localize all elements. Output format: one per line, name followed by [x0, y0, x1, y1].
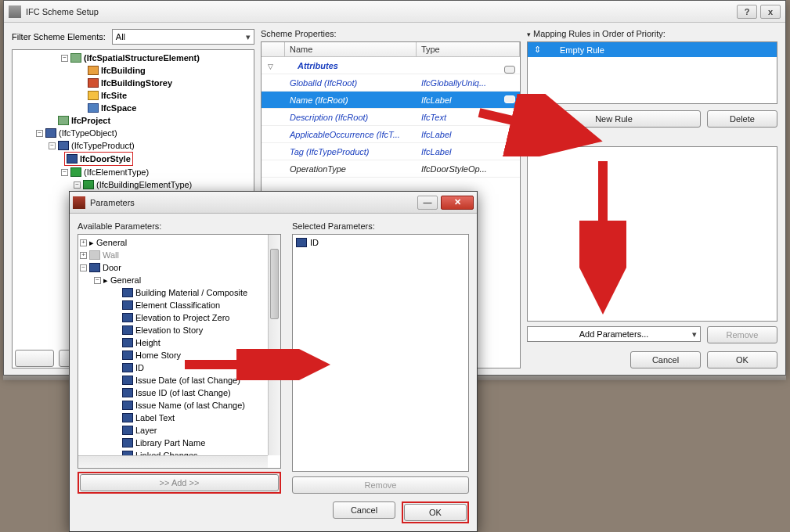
prop-row[interactable]: OperationType	[285, 162, 417, 176]
close-button[interactable]: ✕	[441, 196, 474, 210]
add-button[interactable]: >> Add >>	[80, 474, 279, 491]
param-item[interactable]: Elevation to Story	[135, 324, 203, 336]
col-name[interactable]: Name	[285, 42, 417, 56]
selected-item[interactable]: ID	[296, 238, 465, 247]
prop-row[interactable]: Tag (IfcTypeProduct)	[285, 145, 417, 159]
add-button-highlight: >> Add >>	[78, 472, 281, 494]
group-icon	[70, 167, 81, 177]
filter-dropdown[interactable]: All	[112, 29, 254, 45]
tree-item[interactable]: (IfcBuildingElementType)	[96, 178, 192, 191]
tree-item[interactable]: (IfcTypeObject)	[59, 127, 117, 139]
elem-icon	[58, 141, 69, 150]
collapse-icon[interactable]: −	[61, 55, 68, 62]
tree-item[interactable]: IfcSpace	[101, 102, 136, 114]
tree-item[interactable]: Door	[103, 261, 121, 274]
tree-item-doorstyle[interactable]: IfcDoorStyle	[80, 153, 131, 165]
param-item[interactable]: Issue Name (of last Change)	[135, 399, 245, 412]
collapse-icon[interactable]: −	[36, 130, 43, 137]
param-item[interactable]: Elevation to Project Zero	[135, 311, 229, 324]
available-params-list[interactable]: +▸General +Wall −Door −▸General Building…	[78, 234, 281, 469]
param-icon	[122, 401, 133, 410]
chevron-down-icon[interactable]: ▽	[268, 63, 273, 70]
drag-handle-icon[interactable]: ⇕	[534, 45, 541, 55]
remove-button[interactable]: Remove	[292, 476, 469, 494]
parameters-dialog: Parameters — ✕ Available Parameters: +▸G…	[69, 191, 478, 532]
collapse-icon[interactable]: −	[61, 169, 68, 176]
remove-button[interactable]: Remove	[707, 326, 777, 343]
param-item[interactable]: Layer	[135, 424, 157, 437]
param-icon	[122, 376, 133, 385]
col-type[interactable]: Type	[417, 42, 520, 56]
link-icon	[504, 95, 515, 103]
param-item[interactable]: Element Classification	[135, 299, 220, 311]
param-item[interactable]: ID	[135, 361, 144, 374]
param-icon	[122, 388, 133, 397]
scrollbar-vert[interactable]	[268, 235, 280, 455]
filter-label: Filter Scheme Elements:	[12, 32, 106, 41]
prop-row[interactable]: GlobalId (IfcRoot)	[285, 76, 417, 90]
collapse-icon[interactable]: −	[49, 142, 56, 149]
attributes-header[interactable]: Attributes	[285, 59, 420, 73]
param-item[interactable]: Issue Date (of last Change)	[135, 374, 240, 386]
tree-item[interactable]: General	[96, 236, 127, 249]
space-icon	[88, 103, 99, 113]
rules-list[interactable]: ⇕Empty Rule	[527, 41, 777, 104]
tree-item[interactable]: Wall	[103, 249, 119, 261]
app-icon	[73, 196, 85, 209]
scrollbar-horiz[interactable]	[78, 455, 268, 468]
rule-content-box[interactable]	[527, 146, 777, 322]
tree-item[interactable]: (IfcSpatialStructureElement)	[84, 52, 200, 64]
new-rule-button[interactable]: New Rule	[527, 110, 701, 128]
cancel-button[interactable]: Cancel	[630, 351, 701, 368]
param-item[interactable]: Library Part Name	[135, 437, 205, 449]
tree-item[interactable]: IfcSite	[101, 89, 127, 102]
delete-button[interactable]: Delete	[707, 110, 777, 128]
storey-icon	[88, 78, 99, 88]
dialog-title: Parameters	[90, 198, 417, 207]
ok-button[interactable]: OK	[707, 351, 777, 368]
tree-item[interactable]: (IfcElementType)	[84, 166, 149, 178]
expand-icon[interactable]: +	[80, 239, 87, 246]
expand-icon[interactable]: +	[80, 252, 87, 259]
titlebar: IFC Scheme Setup ? x	[4, 1, 785, 23]
group-icon	[83, 180, 94, 189]
param-item[interactable]: Label Text	[135, 412, 175, 424]
prop-row-selected[interactable]: Name (IfcRoot)IfcLabel	[262, 92, 520, 109]
site-icon	[88, 91, 99, 100]
window-title: IFC Scheme Setup	[26, 7, 737, 16]
prop-row[interactable]: Description (IfcRoot)	[285, 110, 417, 124]
collapse-icon[interactable]: −	[94, 277, 101, 284]
small-button[interactable]	[15, 350, 54, 367]
close-button[interactable]: x	[760, 5, 781, 19]
door-icon	[67, 154, 78, 164]
param-icon	[122, 300, 133, 310]
collapse-icon[interactable]: −	[80, 264, 87, 271]
cancel-button[interactable]: Cancel	[333, 501, 395, 519]
param-icon	[122, 426, 133, 435]
dialog-titlebar: Parameters — ✕	[70, 192, 477, 214]
available-label: Available Parameters:	[78, 221, 281, 231]
door-icon	[89, 263, 100, 272]
param-icon	[122, 363, 133, 372]
param-icon	[122, 338, 133, 347]
param-icon	[122, 438, 133, 448]
prop-row[interactable]: ApplicableOccurrence (IfcT...	[285, 128, 417, 142]
tree-item[interactable]: IfcBuilding	[101, 64, 146, 77]
scheme-props-label: Scheme Properties:	[261, 29, 521, 38]
param-item[interactable]: Height	[135, 336, 161, 349]
param-item[interactable]: Building Material / Composite	[135, 286, 247, 299]
tree-item[interactable]: (IfcTypeProduct)	[71, 139, 135, 152]
param-item[interactable]: Home Story	[135, 349, 181, 361]
help-button[interactable]: ?	[737, 5, 757, 19]
tree-item[interactable]: General	[110, 274, 141, 286]
tree-item[interactable]: IfcProject	[71, 114, 110, 127]
selected-params-list[interactable]: ID	[292, 234, 469, 472]
minimize-button[interactable]: —	[417, 196, 438, 210]
ok-button[interactable]: OK	[404, 504, 467, 521]
param-item[interactable]: Issue ID (of last Change)	[135, 386, 231, 399]
add-params-dropdown[interactable]: Add Parameters...	[527, 326, 701, 342]
tree-item[interactable]: IfcBuildingStorey	[101, 77, 172, 89]
collapse-icon[interactable]: −	[74, 182, 81, 189]
wall-icon	[89, 250, 100, 260]
rule-item[interactable]: ⇕Empty Rule	[528, 42, 777, 57]
